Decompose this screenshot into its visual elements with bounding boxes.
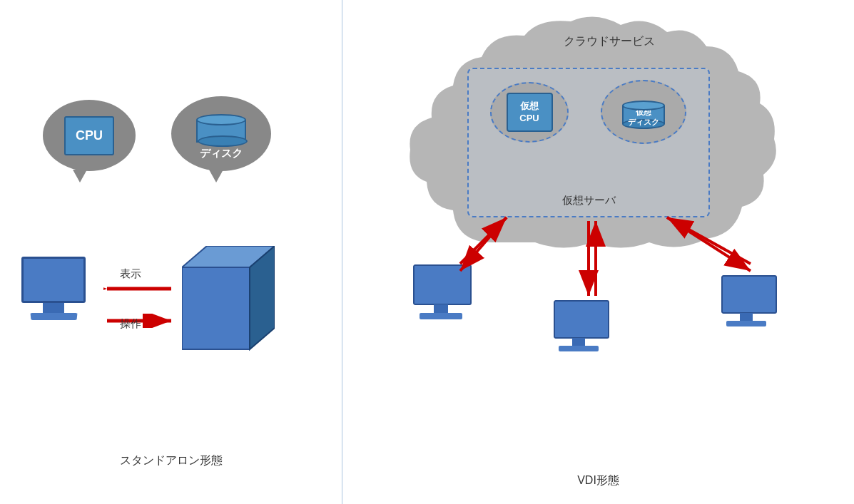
server-box [182,246,275,356]
standalone-label: スタンドアロン形態 [120,453,223,468]
cpu-label: CPU [76,128,103,143]
comp2-svg [553,299,617,360]
svg-rect-7 [420,313,462,319]
disk-bubble: ディスク [171,96,271,171]
vdisk-bubble: 仮想ディスク [601,80,686,144]
monitor-screen [21,257,86,303]
main-container: CPU ディスク [0,0,854,504]
cpu-icon: CPU [64,116,114,155]
disk-top [196,114,246,125]
vdisk-icon: 仮想ディスク [622,101,665,124]
svg-rect-8 [554,301,609,338]
disk-bottom [198,135,248,147]
vdi-label: VDI形態 [577,473,619,488]
op-label: 操作 [120,317,141,331]
svg-marker-0 [182,267,250,349]
display-label: 表示 [120,267,141,281]
cpu-bubble: CPU [43,100,136,171]
svg-rect-6 [434,304,448,313]
comp1-svg [412,264,480,328]
arrow-display-svg [103,282,175,296]
right-panel: クラウドサービス 仮想CPU 仮想ディスク [342,0,854,504]
comp3-svg [721,274,785,335]
arrow-display-container [103,282,175,299]
vdisk-top [622,101,665,110]
computer-3 [721,274,785,338]
cloud-label: クラウドサービス [564,34,655,49]
virtual-server-box: 仮想CPU 仮想ディスク 仮想サーバ [467,68,710,217]
computer-1 [412,264,480,331]
monitor-left [21,257,86,320]
svg-rect-11 [722,276,776,313]
computer-2 [553,299,617,363]
monitor-stand [43,303,64,313]
svg-rect-9 [572,338,585,346]
svg-rect-10 [559,346,599,351]
server-svg [182,246,275,353]
vcpu-icon: 仮想CPU [507,93,553,132]
virtual-server-label: 仮想サーバ [562,194,616,207]
svg-rect-13 [726,321,766,326]
disk-label: ディスク [200,147,243,160]
monitor-base [30,313,77,320]
vcpu-label: 仮想CPU [519,101,539,125]
vcpu-bubble: 仮想CPU [490,82,569,143]
svg-rect-12 [740,313,753,321]
left-panel: CPU ディスク [0,0,342,504]
svg-rect-5 [414,265,471,304]
